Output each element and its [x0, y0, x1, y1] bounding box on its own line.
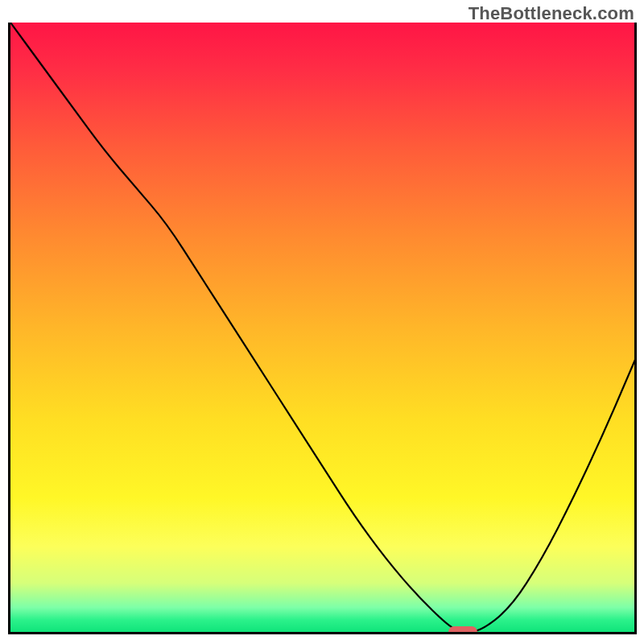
- watermark-label: TheBottleneck.com: [469, 3, 634, 24]
- plot-area: [8, 23, 636, 634]
- optimal-marker: [448, 626, 477, 634]
- right-axis-border: [634, 23, 637, 634]
- chart-frame: TheBottleneck.com: [0, 0, 644, 644]
- gradient-background: [10, 23, 636, 632]
